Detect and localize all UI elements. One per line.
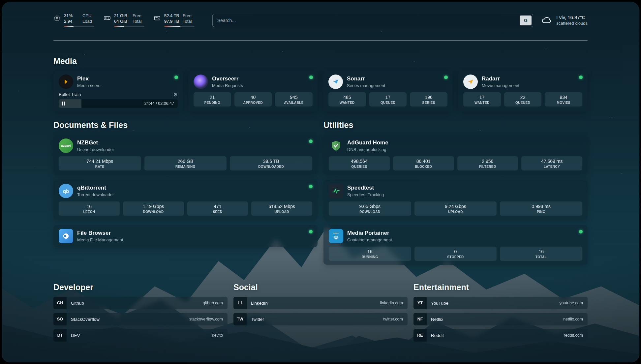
bookmark-name: LinkedIn xyxy=(251,301,268,306)
bookmark-abbr: NF xyxy=(413,313,427,325)
qbittorrent-icon: qb xyxy=(59,184,73,198)
stat-wanted: 17WANTED xyxy=(463,92,501,106)
overseerr-icon xyxy=(194,75,208,89)
stat-remaining: 266 GBREMAINING xyxy=(144,156,227,170)
app-card-portainer[interactable]: Media Portainer Container management 16R… xyxy=(323,225,588,265)
bookmark-youtube[interactable]: YT YouTube youtube.com xyxy=(413,297,588,309)
section-heading-media: Media xyxy=(53,56,588,66)
status-online-dot xyxy=(444,76,448,79)
bookmark-stackoverflow[interactable]: SO StackOverflow stackoverflow.com xyxy=(53,313,228,325)
ram-free-label: Free xyxy=(133,13,144,18)
status-online-dot xyxy=(579,230,583,233)
bookmark-abbr: DT xyxy=(53,329,67,342)
app-subtitle: Container management xyxy=(347,237,392,242)
bookmark-abbr: RE xyxy=(413,329,427,342)
pause-icon[interactable] xyxy=(62,102,65,106)
status-online-dot xyxy=(309,185,313,188)
app-name: Speedtest xyxy=(347,185,384,191)
app-subtitle: Speedtest Tracking xyxy=(347,192,384,197)
section-heading-developer: Developer xyxy=(53,283,228,292)
disk-free-value: 52.4 TB xyxy=(164,13,181,18)
app-subtitle: Media Requests xyxy=(212,83,243,88)
app-card-nzbget[interactable]: nzbget NZBGet Usenet downloader 744.21 M… xyxy=(53,135,318,174)
cpu-load-value: 2.94 xyxy=(64,18,80,24)
bookmark-url: netflix.com xyxy=(563,317,583,321)
search-engine-button[interactable]: G xyxy=(520,15,532,25)
stat-running: 16RUNNING xyxy=(329,247,411,261)
disk-widget: 52.4 TBFree 97.9 TBTotal xyxy=(154,13,197,27)
app-name: Sonarr xyxy=(347,76,385,82)
status-online-dot xyxy=(309,230,313,233)
ram-usage-bar xyxy=(114,26,144,27)
app-card-filebrowser[interactable]: File Browser Media File Management xyxy=(53,225,318,247)
bookmark-abbr: YT xyxy=(413,297,427,309)
search-input[interactable] xyxy=(212,14,533,27)
app-name: AdGuard Home xyxy=(347,139,388,146)
app-name: NZBGet xyxy=(77,139,114,146)
weather-condition: scattered clouds xyxy=(556,21,588,26)
disk-total-value: 97.9 TB xyxy=(164,18,181,24)
stat-available: 945AVAILABLE xyxy=(275,92,313,106)
filebrowser-icon xyxy=(59,229,73,243)
plex-icon xyxy=(59,75,73,89)
topbar: 31%CPU 2.94Load 21 GiBFree 64 Gi xyxy=(53,13,588,33)
app-name: Overseerr xyxy=(212,76,243,82)
playback-time: 24:44 / 02:06:47 xyxy=(144,101,174,106)
ram-total-label: Total xyxy=(133,18,144,24)
bookmark-name: Github xyxy=(71,301,84,306)
disk-icon xyxy=(154,15,161,27)
bookmark-url: stackoverflow.com xyxy=(189,317,223,321)
entertainment-column: Entertainment YT YouTube youtube.com NF … xyxy=(413,283,588,342)
bookmark-abbr: TW xyxy=(233,313,247,325)
social-column: Social LI LinkedIn linkedin.com TW Twitt… xyxy=(233,283,408,342)
app-card-radarr[interactable]: Radarr Movie management 17WANTED 22QUEUE… xyxy=(458,71,588,112)
bookmark-abbr: GH xyxy=(53,297,67,309)
bookmark-netflix[interactable]: NF Netflix netflix.com xyxy=(413,313,588,325)
stat-seed: 471SEED xyxy=(187,201,248,216)
bookmark-url: twitter.com xyxy=(383,317,403,321)
bookmark-reddit[interactable]: RE Reddit reddit.com xyxy=(413,329,588,342)
stat-upload: 9.24 GbpsUPLOAD xyxy=(414,201,497,216)
app-subtitle: Series management xyxy=(347,83,385,88)
bookmark-dev[interactable]: DT DEV dev.to xyxy=(53,329,228,342)
status-online-dot xyxy=(174,76,178,79)
topbar-divider xyxy=(53,40,588,41)
app-name: Radarr xyxy=(482,76,519,82)
app-card-qbittorrent[interactable]: qb qBittorrent Torrent downloader 16LEEC… xyxy=(53,180,318,220)
now-playing-title: Bullet Train xyxy=(59,92,81,97)
stat-queries: 498,564QUERIES xyxy=(329,156,390,170)
developer-column: Developer GH Github github.com SO StackO… xyxy=(53,283,228,342)
stat-total: 16TOTAL xyxy=(500,247,582,261)
cpu-widget: 31%CPU 2.94Load xyxy=(53,13,97,27)
stat-approved: 40APPROVED xyxy=(234,92,272,106)
gear-icon[interactable]: ⚙ xyxy=(173,92,178,97)
disk-total-label: Total xyxy=(183,18,195,24)
app-card-adguard[interactable]: AdGuard Home DNS and adblocking 498,564Q… xyxy=(323,135,588,174)
stat-pending: 21PENDING xyxy=(194,92,231,106)
cpu-usage-bar xyxy=(64,26,94,27)
bookmark-url: github.com xyxy=(203,301,223,305)
stat-download: 1.19 GbpsDOWNLOAD xyxy=(123,201,184,216)
app-card-overseerr[interactable]: Overseerr Media Requests 21PENDING 40APP… xyxy=(188,71,318,112)
cloud-icon xyxy=(541,15,552,25)
app-card-speedtest[interactable]: Speedtest Speedtest Tracking 9.65 GbpsDO… xyxy=(323,180,588,220)
ram-free-value: 21 GiB xyxy=(114,13,131,18)
app-name: Media Portainer xyxy=(347,230,392,236)
app-subtitle: Media server xyxy=(77,83,102,88)
stat-rate: 744.21 MbpsRATE xyxy=(59,156,141,170)
bookmark-twitter[interactable]: TW Twitter twitter.com xyxy=(233,313,408,325)
stat-download: 9.65 GbpsDOWNLOAD xyxy=(329,201,411,216)
app-card-sonarr[interactable]: Sonarr Series management 485WANTED 17QUE… xyxy=(323,71,453,112)
status-online-dot xyxy=(579,76,583,79)
bookmark-linkedin[interactable]: LI LinkedIn linkedin.com xyxy=(233,297,408,309)
cpu-load-label: Load xyxy=(82,18,94,24)
bookmark-github[interactable]: GH Github github.com xyxy=(53,297,228,309)
stat-movies: 834MOVIES xyxy=(545,92,582,106)
section-heading-social: Social xyxy=(233,283,408,292)
media-cards-row: Plex Media server Bullet Train ⚙ 24:44 /… xyxy=(53,71,588,112)
playback-progress-bar[interactable]: 24:44 / 02:06:47 xyxy=(59,99,178,108)
stat-leech: 16LEECH xyxy=(59,201,120,216)
weather-widget[interactable]: Lviv, 16.87°C scattered clouds xyxy=(541,15,588,26)
stat-blocked: 86,401BLOCKED xyxy=(393,156,454,170)
app-card-plex[interactable]: Plex Media server Bullet Train ⚙ 24:44 /… xyxy=(53,71,183,112)
